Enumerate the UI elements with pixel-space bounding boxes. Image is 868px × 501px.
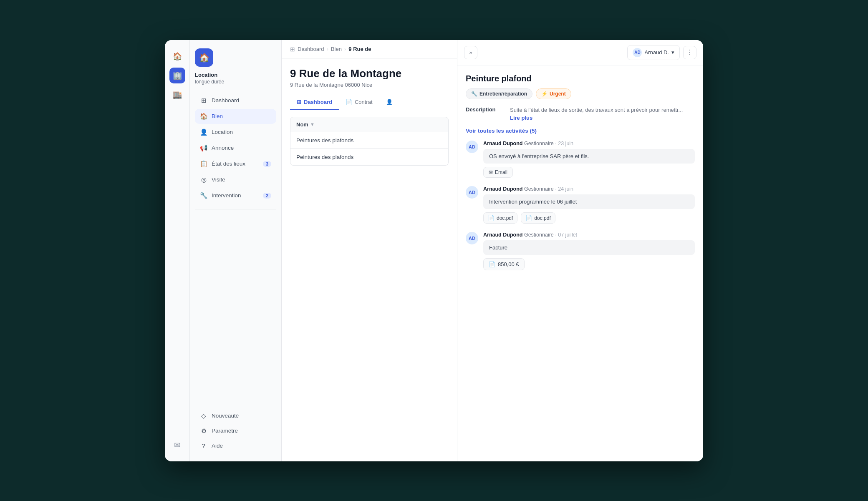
right-panel-body: Peinture plafond 🔧 Entretien/réparation … (457, 65, 703, 461)
activity-message-1-text: OS envoyé à l'entreprise SAR père et fil… (489, 153, 589, 159)
sidebar-logo: 🏠 (195, 48, 213, 67)
tab-locataire[interactable]: 👤 (379, 95, 399, 110)
tab-dashboard-label: Dashboard (304, 99, 332, 105)
activity-message-3: Facture (483, 240, 695, 255)
invoice-chip[interactable]: 📄 850,00 € (483, 258, 525, 270)
sidebar-item-location[interactable]: 👤 Location (195, 125, 276, 140)
email-icon: ✉ (489, 169, 493, 175)
sidebar-item-visite[interactable]: ◎ Visite (195, 172, 276, 187)
sidebar-label-dashboard: Dashboard (212, 97, 239, 103)
user-button[interactable]: AD Arnaud D. ▾ (627, 45, 680, 60)
tab-locataire-icon: 👤 (386, 99, 393, 105)
activity-date-3: · 07 juillet (555, 232, 577, 238)
expand-icon: » (469, 49, 472, 55)
sidebar-item-aide[interactable]: ? Aide (195, 438, 276, 453)
breadcrumb: ⊞ Dashboard › Bien › 9 Rue de (282, 40, 457, 59)
right-panel-actions: AD Arnaud D. ▾ ⋮ (627, 45, 696, 60)
attachment-chip-1[interactable]: 📄 doc.pdf (483, 212, 517, 224)
avatar-1: AD (466, 141, 478, 153)
intervention-badge: 2 (263, 193, 271, 199)
activity-message-2-text: Intervention programmée le 06 juillet (489, 199, 577, 205)
sidebar-label-nouveaute: Nouveauté (212, 413, 239, 419)
rail-icon-mail[interactable]: ✉ (169, 437, 185, 453)
sidebar-item-intervention[interactable]: 🔧 Intervention 2 (195, 188, 276, 203)
sidebar-item-annonce[interactable]: 📢 Annonce (195, 141, 276, 156)
sidebar-item-etat[interactable]: 📋 État des lieux 3 (195, 156, 276, 171)
tag-maintenance-label: Entretien/réparation (479, 91, 527, 97)
breadcrumb-current: 9 Rue de (348, 46, 371, 52)
sidebar: 🏠 Location longue durée ⊞ Dashboard 🏠 Bi… (190, 40, 282, 461)
sidebar-item-parametre[interactable]: ⚙ Paramètre (195, 423, 276, 438)
expand-button[interactable]: » (464, 46, 477, 59)
avatar: AD (633, 48, 642, 57)
tag-row: 🔧 Entretien/réparation ⚡ Urgent (466, 88, 695, 99)
email-chip-label: Email (495, 169, 507, 175)
tab-contrat[interactable]: 📄 Contrat (339, 95, 379, 110)
activities-link[interactable]: Voir toutes les activités (5) (466, 128, 695, 134)
maintenance-icon: 🔧 (471, 91, 477, 97)
rail-icon-apartment[interactable]: 🏬 (169, 87, 185, 103)
main-content: ⊞ Dashboard › Bien › 9 Rue de 9 Rue de l… (282, 40, 457, 461)
chevron-down-icon: ▾ (671, 49, 674, 55)
activity-body-2: Arnaud Dupond Gestionnaire · 24 juin Int… (483, 186, 695, 224)
sidebar-label-visite: Visite (212, 176, 225, 183)
rail-icon-building[interactable]: 🏢 (169, 68, 185, 83)
sidebar-item-bien[interactable]: 🏠 Bien (195, 109, 276, 124)
activity-message-3-text: Facture (489, 244, 507, 251)
more-button[interactable]: ⋮ (683, 46, 696, 59)
tabs-bar: ⊞ Dashboard 📄 Contrat 👤 (282, 95, 457, 110)
urgent-icon: ⚡ (541, 91, 548, 97)
sidebar-label-aide: Aide (212, 443, 223, 449)
breadcrumb-sep-2: › (344, 46, 346, 52)
sidebar-label-parametre: Paramètre (212, 428, 238, 434)
sidebar-item-nouveaute[interactable]: ◇ Nouveauté (195, 408, 276, 423)
activity-header-2: Arnaud Dupond Gestionnaire · 24 juin (483, 186, 695, 192)
attachment-label-1: doc.pdf (497, 215, 513, 221)
attachment-chip-2[interactable]: 📄 doc.pdf (521, 212, 555, 224)
file-icon-2: 📄 (525, 215, 532, 221)
table-header-nom[interactable]: Nom (296, 121, 308, 128)
fade-overlay (457, 428, 703, 461)
bien-icon: 🏠 (200, 113, 207, 120)
right-panel-header: » AD Arnaud D. ▾ ⋮ (457, 40, 703, 65)
file-icon-1: 📄 (488, 215, 495, 221)
activity-date-1: · 23 juin (555, 141, 573, 146)
activity-date-2: · 24 juin (555, 186, 573, 192)
activity-item-3: AD Arnaud Dupond Gestionnaire · 07 juill… (466, 232, 695, 270)
avatar-2: AD (466, 186, 478, 199)
avatar-3-initials: AD (469, 236, 475, 241)
invoice-label: 850,00 € (498, 261, 519, 267)
breadcrumb-bien[interactable]: Bien (331, 46, 342, 52)
activity-message-2: Intervention programmée le 06 juillet (483, 194, 695, 209)
avatar-1-initials: AD (469, 144, 475, 149)
location-icon: 👤 (200, 128, 207, 136)
tab-dashboard-icon: ⊞ (297, 99, 301, 105)
right-panel: » AD Arnaud D. ▾ ⋮ Peinture plafond (457, 40, 703, 461)
sidebar-label-annonce: Annonce (212, 145, 234, 151)
property-title: 9 Rue de la Montagne (290, 67, 449, 80)
email-chip[interactable]: ✉ Email (483, 167, 513, 178)
activity-item-1: AD Arnaud Dupond Gestionnaire · 23 juin … (466, 141, 695, 178)
breadcrumb-dashboard[interactable]: Dashboard (298, 46, 324, 52)
sidebar-divider (195, 209, 276, 209)
read-more-link[interactable]: Lire plus (510, 115, 683, 121)
nouveaute-icon: ◇ (200, 412, 207, 420)
visite-icon: ◎ (200, 176, 207, 184)
user-name: Arnaud D. (644, 49, 669, 55)
sidebar-item-dashboard[interactable]: ⊞ Dashboard (195, 93, 276, 108)
avatar-initials: AD (634, 50, 640, 55)
icon-rail: 🏠 🏢 🏬 ✉ (165, 40, 190, 461)
sidebar-subtitle: longue durée (195, 79, 276, 85)
table-row[interactable]: Peintures des plafonds (290, 132, 449, 149)
table-area: Nom ▼ Peintures des plafonds Peintures d… (282, 110, 457, 461)
rail-icon-home[interactable]: 🏠 (169, 48, 185, 64)
sidebar-title: Location (195, 72, 276, 78)
sort-icon[interactable]: ▼ (310, 122, 315, 127)
attachment-label-2: doc.pdf (534, 215, 550, 221)
table-row[interactable]: Peintures des plafonds (290, 149, 449, 166)
activity-message-1: OS envoyé à l'entreprise SAR père et fil… (483, 149, 695, 164)
activity-body-3: Arnaud Dupond Gestionnaire · 07 juillet … (483, 232, 695, 270)
activity-body-1: Arnaud Dupond Gestionnaire · 23 juin OS … (483, 141, 695, 178)
description-text: Suite à l'état de lieux de sortie, des t… (510, 107, 683, 113)
tab-dashboard[interactable]: ⊞ Dashboard (290, 95, 339, 110)
